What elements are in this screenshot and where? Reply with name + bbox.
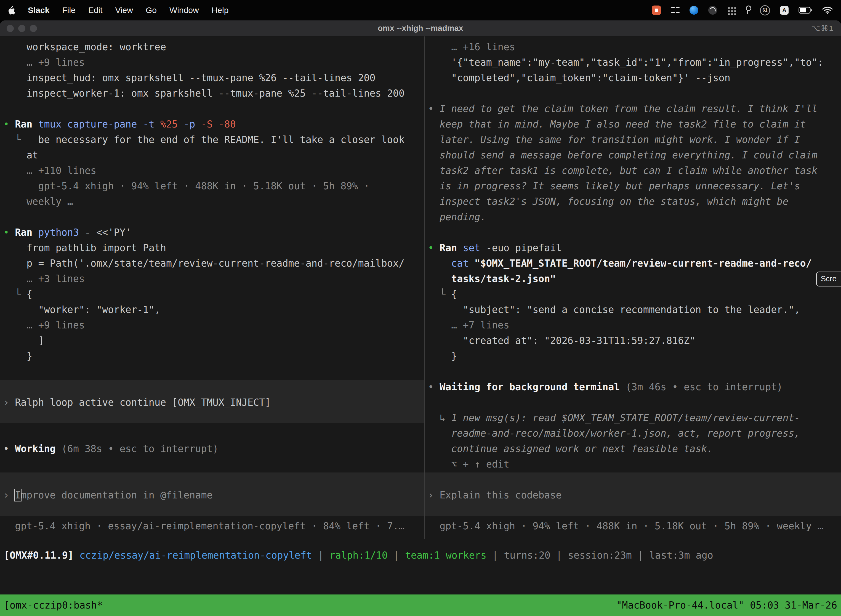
minimize-button[interactable] [18, 25, 25, 32]
text-segment: readme-and-reco/mailbox/worker-1.json, a… [428, 428, 800, 439]
terminal-line: "completed","claim_token":"claim-token"}… [428, 70, 841, 85]
text-segment: mprove documentation in @filename [21, 490, 212, 501]
terminal-line: inspect task2's JSON, focusing on the st… [428, 194, 841, 209]
text-segment: should send a message before completing … [428, 150, 818, 161]
menu-file[interactable]: File [62, 6, 75, 15]
text-segment: pending. [428, 211, 486, 223]
text-segment: Working [15, 443, 62, 454]
terminal-line: "worker": "worker-1", [3, 302, 424, 317]
battery-percent-badge[interactable]: 61 [760, 5, 770, 15]
terminal-line: • Ran tmux capture-pane -t %25 -p -S -80 [3, 116, 424, 132]
terminal-line: • Working (6m 38s • esc to interrupt) [3, 441, 424, 456]
text-segment: -p [178, 119, 201, 130]
text-segment: ] [3, 335, 44, 346]
pane-left[interactable]: workspace_mode: worktree … +9 lines insp… [0, 37, 424, 539]
menu-go[interactable]: Go [146, 6, 157, 15]
window-titlebar[interactable]: omx --xhigh --madmax ⌥⌘1 [0, 21, 841, 37]
text-segment: weekly … [3, 196, 73, 207]
tmux-session-label: [omx-cczip0:bash* [4, 600, 103, 611]
terminal-line: └ { [428, 286, 841, 302]
text-segment: 1 new msg(s): read $OMX_TEAM_STATE_ROOT/… [451, 412, 800, 423]
text-segment: inspect_hud: omx sparkshell --tmux-pane … [3, 72, 375, 84]
text-segment: { [451, 289, 457, 300]
status-separator [0, 539, 841, 539]
terminal-line: ] [3, 333, 424, 348]
window-layout-icon[interactable] [671, 6, 680, 15]
status-segment: [OMX#0.11.9] [4, 550, 79, 561]
terminal-line: … +7 lines [428, 317, 841, 333]
text-segment: … +9 lines [3, 320, 85, 331]
terminal-line: └ be necessary for the end of the README… [3, 132, 424, 147]
text-segment: - <<'PY' [79, 227, 131, 238]
close-button[interactable] [7, 25, 14, 32]
terminal-line: "subject": "send a concise recommendatio… [428, 302, 841, 317]
terminal-line: '{"team_name":"my-team","task_id":"1","f… [428, 55, 841, 70]
terminal-line: … +3 lines [3, 271, 424, 286]
terminal-line: "created_at": "2026-03-31T11:59:27.816Z" [428, 333, 841, 348]
text-segment: … +16 lines [428, 41, 515, 53]
text-segment: "worker": "worker-1", [3, 304, 160, 315]
text-segment: I need to get the claim token from the c… [440, 103, 818, 114]
tooltip-text: Scre [820, 274, 837, 283]
text-segment: cat [428, 258, 475, 269]
dark-app-icon[interactable] [708, 6, 717, 15]
text-segment: … +9 lines [3, 57, 85, 68]
terminal-line: is in progress? It seems likely but perh… [428, 178, 841, 194]
terminal-line: continue assigned work or next feasible … [428, 441, 841, 456]
text-segment: • [3, 119, 15, 130]
omx-status-line: [OMX#0.11.9] cczip/essay/ai-reimplementa… [4, 547, 713, 563]
text-segment: "subject": "send a concise recommendatio… [428, 304, 800, 315]
terminal-line: pending. [428, 209, 841, 224]
text-segment: Ran [15, 227, 38, 238]
text-segment: python3 [38, 227, 79, 238]
text-segment: gpt-5.4 xhigh · 94% left · 488K in · 5.1… [3, 180, 370, 192]
text-segment: continue assigned work or next feasible … [428, 443, 713, 454]
text-cursor: I [15, 490, 21, 501]
text-segment: (6m 38s • esc to interrupt) [62, 443, 218, 454]
text-segment: … +110 lines [3, 165, 96, 176]
text-segment: later. Using the same for transition mig… [428, 134, 800, 145]
terminal-line: › Ralph loop active continue [OMX_TMUX_I… [3, 395, 424, 410]
wifi-icon[interactable] [822, 6, 833, 14]
key-icon[interactable] [746, 6, 750, 15]
terminal-line: inspect_hud: omx sparkshell --tmux-pane … [3, 70, 424, 85]
terminal-line: readme-and-reco/mailbox/worker-1.json, a… [428, 425, 841, 441]
status-segment: cczip/essay/ai-reimplementation-copyleft [79, 550, 312, 561]
status-segment: | [312, 550, 330, 561]
text-segment: "created_at": "2026-03-31T11:59:27.816Z" [428, 335, 695, 346]
text-segment: └ [3, 289, 26, 300]
text-segment: %25 [160, 119, 178, 130]
apple-menu-icon[interactable] [8, 6, 15, 15]
app-grid-icon[interactable] [727, 6, 736, 15]
text-segment: workspace_mode: worktree [3, 41, 166, 53]
terminal-line: task2 after task1 is complete, but can I… [428, 163, 841, 178]
menu-help[interactable]: Help [212, 6, 229, 15]
battery-icon[interactable] [799, 7, 812, 14]
input-source-letter: A [782, 7, 786, 13]
text-segment: • [428, 103, 440, 114]
terminal-line: inspect_worker-1: omx sparkshell --tmux-… [3, 85, 424, 101]
pane-right[interactable]: … +16 lines '{"team_name":"my-team","tas… [425, 37, 841, 539]
menu-view[interactable]: View [115, 6, 133, 15]
zoom-button[interactable] [30, 25, 37, 32]
traffic-lights [7, 25, 37, 32]
text-segment: at [3, 150, 38, 161]
terminal-line: } [3, 348, 424, 364]
terminal-line: • Ran set -euo pipefail [428, 240, 841, 255]
text-segment: Ralph loop active continue [OMX_TMUX_INJ… [15, 397, 271, 408]
screen-recording-icon[interactable] [652, 6, 661, 15]
terminal-line: … +110 lines [3, 163, 424, 178]
text-segment: ⌥ + ↑ edit [428, 459, 509, 470]
text-segment: task2 after task1 is complete, but can I… [428, 165, 818, 176]
window-title: omx --xhigh --madmax [0, 24, 841, 33]
text-segment: Ran [15, 119, 38, 130]
menu-edit[interactable]: Edit [88, 6, 103, 15]
text-segment: … +3 lines [3, 273, 85, 284]
terminal-line: gpt-5.4 xhigh · 94% left · 488K in · 5.1… [428, 518, 841, 534]
status-segment: team:1 workers [405, 550, 486, 561]
status-segment: | [486, 550, 504, 561]
menu-slack[interactable]: Slack [28, 6, 49, 15]
menu-window[interactable]: Window [169, 6, 199, 15]
input-source-icon[interactable]: A [780, 6, 788, 15]
blue-app-icon[interactable] [690, 6, 698, 15]
